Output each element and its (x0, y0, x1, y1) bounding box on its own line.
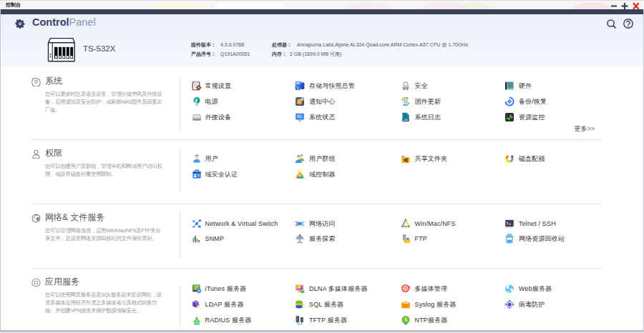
svg-text:LOG: LOG (404, 118, 408, 121)
